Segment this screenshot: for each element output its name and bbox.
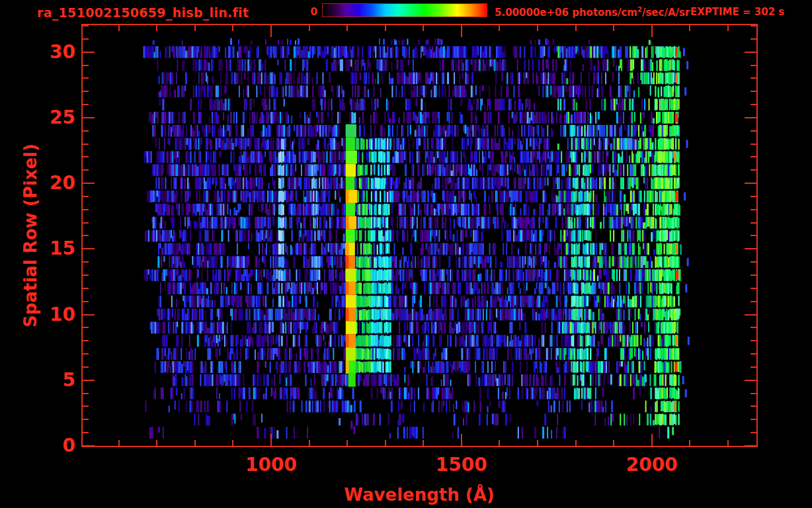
bottom-tick bbox=[499, 440, 500, 446]
left-tick bbox=[83, 77, 89, 79]
bottom-tick bbox=[461, 434, 462, 446]
y-tick-label: 5 bbox=[22, 369, 75, 392]
left-tick bbox=[83, 366, 89, 368]
left-tick bbox=[83, 196, 89, 197]
top-tick bbox=[270, 25, 272, 37]
top-tick bbox=[385, 25, 386, 31]
top-tick bbox=[575, 25, 577, 31]
left-tick bbox=[83, 144, 89, 145]
right-tick bbox=[745, 117, 756, 118]
bottom-tick bbox=[537, 440, 538, 446]
right-tick bbox=[745, 248, 756, 249]
right-tick bbox=[751, 144, 756, 145]
bottom-tick bbox=[575, 440, 577, 446]
right-tick bbox=[751, 288, 756, 289]
y-tick-label: 30 bbox=[22, 41, 75, 64]
left-tick bbox=[83, 288, 89, 289]
bottom-tick bbox=[194, 440, 196, 446]
right-tick bbox=[751, 156, 756, 157]
bottom-tick bbox=[689, 440, 690, 446]
right-tick bbox=[751, 353, 756, 355]
bottom-tick bbox=[232, 440, 233, 446]
right-tick bbox=[751, 235, 756, 236]
bottom-tick bbox=[385, 440, 386, 446]
left-tick bbox=[83, 275, 89, 276]
right-tick bbox=[745, 445, 756, 446]
left-tick bbox=[83, 52, 95, 53]
colorbar-max-sup: 2 bbox=[637, 6, 642, 13]
left-tick bbox=[83, 222, 89, 224]
left-tick bbox=[83, 380, 95, 381]
colorbar-max-prefix: 5.00000e+06 photons/cm bbox=[495, 7, 637, 19]
y-axis-title: Spatial Row (Pixel) bbox=[20, 144, 40, 327]
right-tick bbox=[751, 419, 756, 420]
right-tick bbox=[751, 222, 756, 224]
x-tick-label: 1000 bbox=[225, 454, 317, 476]
bottom-tick bbox=[613, 440, 614, 446]
right-tick bbox=[751, 261, 756, 263]
top-tick bbox=[232, 25, 233, 31]
colorbar-max-label: 5.00000e+06 photons/cm2/sec/A/sr bbox=[495, 6, 690, 19]
right-tick bbox=[751, 65, 756, 66]
right-tick bbox=[751, 169, 756, 171]
right-tick bbox=[751, 432, 756, 433]
fits-filename-title: ra_151002150659_hisb_lin.fit bbox=[37, 5, 249, 20]
right-tick bbox=[751, 275, 756, 276]
right-tick bbox=[751, 91, 756, 92]
left-tick bbox=[83, 314, 95, 316]
top-tick bbox=[651, 25, 653, 37]
top-tick bbox=[727, 25, 729, 31]
x-tick-label: 2000 bbox=[606, 454, 698, 476]
left-tick bbox=[83, 235, 89, 236]
x-axis-title: Wavelength (Å) bbox=[344, 485, 494, 505]
left-tick bbox=[83, 25, 89, 26]
right-tick bbox=[745, 380, 756, 381]
left-tick bbox=[83, 117, 95, 118]
right-tick bbox=[751, 130, 756, 132]
left-tick bbox=[83, 91, 89, 92]
bottom-tick bbox=[309, 440, 310, 446]
right-tick bbox=[751, 366, 756, 368]
right-tick bbox=[751, 405, 756, 407]
top-tick bbox=[156, 25, 157, 31]
right-tick bbox=[745, 52, 756, 53]
top-tick bbox=[346, 25, 348, 31]
plot-frame bbox=[81, 24, 758, 447]
top-tick bbox=[613, 25, 614, 31]
top-tick bbox=[537, 25, 538, 31]
colorbar bbox=[322, 3, 487, 17]
top-tick bbox=[423, 25, 424, 31]
left-tick bbox=[83, 209, 89, 210]
top-tick bbox=[499, 25, 500, 31]
right-tick bbox=[751, 393, 756, 394]
right-tick bbox=[745, 314, 756, 316]
bottom-tick bbox=[423, 440, 424, 446]
right-tick bbox=[751, 327, 756, 328]
right-tick bbox=[751, 196, 756, 197]
left-tick bbox=[83, 340, 89, 341]
right-tick bbox=[751, 38, 756, 40]
spectral-viewer-window: ra_151002150659_hisb_lin.fit 0 5.00000e+… bbox=[0, 0, 812, 508]
left-tick bbox=[83, 261, 89, 263]
left-tick bbox=[83, 432, 89, 433]
left-tick bbox=[83, 65, 89, 66]
right-tick bbox=[745, 183, 756, 184]
top-tick bbox=[194, 25, 196, 31]
top-tick bbox=[118, 25, 120, 31]
left-tick bbox=[83, 445, 95, 446]
right-tick bbox=[751, 77, 756, 79]
y-tick-label: 0 bbox=[22, 435, 75, 457]
right-tick bbox=[751, 104, 756, 105]
x-tick-label: 1500 bbox=[415, 454, 508, 476]
top-tick bbox=[461, 25, 462, 37]
left-tick bbox=[83, 130, 89, 132]
right-tick bbox=[751, 340, 756, 341]
left-tick bbox=[83, 248, 95, 249]
left-tick bbox=[83, 104, 89, 105]
colorbar-min-label: 0 bbox=[295, 6, 317, 18]
bottom-tick bbox=[118, 440, 120, 446]
right-tick bbox=[751, 25, 756, 26]
colorbar-max-suffix: /sec/A/sr bbox=[642, 7, 690, 19]
top-tick bbox=[689, 25, 690, 31]
left-tick bbox=[83, 419, 89, 420]
